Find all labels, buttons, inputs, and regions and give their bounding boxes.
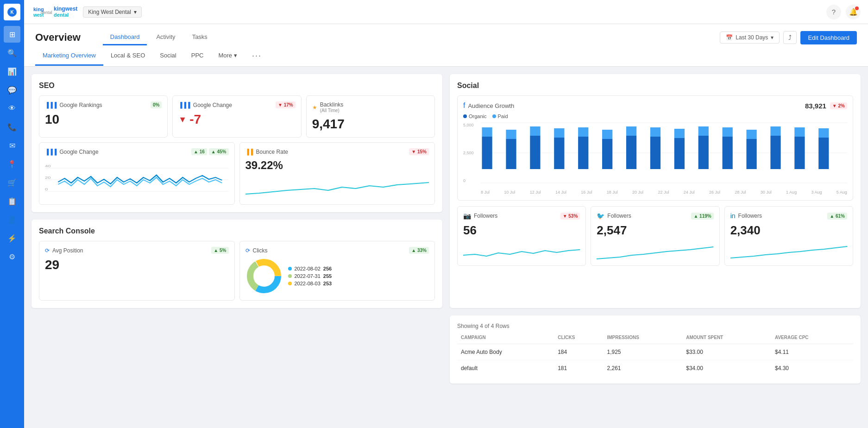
nav-reports[interactable]: 📊 bbox=[4, 63, 20, 80]
notification-dot bbox=[855, 6, 859, 10]
logo-line2: dental bbox=[54, 12, 77, 18]
sub-tabs-row: Marketing Overview Local & SEO Social PP… bbox=[35, 45, 857, 66]
nav-home[interactable]: ⊞ bbox=[4, 26, 20, 43]
campaign-panel: Showing 4 of 4 Rows CAMPAIGN CLICKS IMPR… bbox=[450, 315, 861, 384]
col-campaign: CAMPAIGN bbox=[457, 333, 554, 344]
campaign-impressions-2: 2,261 bbox=[604, 360, 683, 377]
calendar-icon: 📅 bbox=[726, 34, 733, 41]
table-row: default 181 2,261 $34.00 $4.30 bbox=[457, 360, 853, 377]
date-dropdown-icon: ▾ bbox=[771, 34, 774, 41]
share-button[interactable]: ⤴ bbox=[783, 31, 797, 44]
nav-email[interactable]: ✉ bbox=[4, 137, 20, 154]
top-bar-actions: ? 🔔 bbox=[826, 5, 861, 19]
edit-dashboard-button[interactable]: Edit Dashboard bbox=[800, 31, 857, 44]
campaign-name-2: default bbox=[457, 360, 554, 377]
app-logo: K bbox=[4, 4, 20, 20]
sub-tab-local-seo[interactable]: Local & SEO bbox=[103, 46, 152, 66]
nav-settings[interactable]: ⚙ bbox=[4, 248, 20, 265]
svg-text:dental: dental bbox=[41, 10, 52, 15]
twitter-badge: ▲ 119% bbox=[691, 213, 713, 220]
svg-rect-27 bbox=[626, 136, 636, 169]
linkedin-badge: ▲ 61% bbox=[827, 213, 847, 220]
nav-location[interactable]: 📍 bbox=[4, 156, 20, 172]
table-row: Acme Auto Body 184 1,925 $33.00 $4.11 bbox=[457, 344, 853, 360]
nav-phone[interactable]: 📞 bbox=[4, 119, 20, 135]
backlinks-label: Backlinks bbox=[320, 101, 344, 108]
twitter-followers-label: Followers bbox=[607, 213, 631, 219]
sub-tab-ppc[interactable]: PPC bbox=[184, 46, 211, 66]
bounce-rate-badge: ▼ 15% bbox=[409, 148, 429, 155]
search-metric-cards: ⟳ Avg Position ▲ 5% 29 ⟳ Clicks bbox=[39, 241, 435, 301]
org-name: King West Dental bbox=[88, 9, 131, 15]
svg-rect-42 bbox=[794, 127, 805, 137]
tab-activity[interactable]: Activity bbox=[149, 30, 182, 45]
search-console-panel: Search Console ⟳ Avg Position ▲ 5% 29 bbox=[31, 220, 442, 308]
backlinks-card: ★ Backlinks (All Time) 9,417 bbox=[306, 95, 435, 138]
social-followers: 📷 Followers ▼ 53% 56 bbox=[457, 206, 853, 266]
clicks-icon: ⟳ bbox=[245, 247, 250, 254]
nav-bolt[interactable]: ⚡ bbox=[4, 230, 20, 246]
date-range-button[interactable]: 📅 Last 30 Days ▾ bbox=[720, 31, 780, 44]
brand-logo: king west dental bbox=[31, 3, 50, 21]
sub-tab-social[interactable]: Social bbox=[152, 46, 183, 66]
nav-search[interactable]: 🔍 bbox=[4, 44, 20, 61]
audience-bar-chart: 5,000 2,500 0 bbox=[463, 123, 847, 195]
social-panel: Social f Audience Growth 83,921 ▼ 2% bbox=[450, 74, 861, 308]
bounce-rate-value: 39.22% bbox=[245, 159, 429, 172]
svg-text:0: 0 bbox=[45, 187, 48, 191]
page-title: Overview bbox=[35, 31, 81, 44]
svg-text:K: K bbox=[10, 10, 14, 15]
help-button[interactable]: ? bbox=[826, 5, 841, 19]
audience-growth-label: Audience Growth bbox=[468, 102, 514, 109]
campaign-cpc-1: $4.11 bbox=[771, 344, 853, 360]
svg-rect-29 bbox=[650, 137, 660, 169]
svg-rect-39 bbox=[770, 136, 780, 169]
avg-position-card: ⟳ Avg Position ▲ 5% 29 bbox=[39, 241, 235, 301]
google-rankings-value: 10 bbox=[45, 112, 162, 127]
svg-text:20: 20 bbox=[45, 176, 51, 180]
nav-eye[interactable]: 👁 bbox=[4, 100, 20, 117]
nav-files[interactable]: 📋 bbox=[4, 193, 20, 209]
google-change-badge1: ▲ 16 bbox=[191, 148, 207, 155]
dashboard-content: SEO ▐▐▐ Google Rankings 0% 10 bbox=[24, 67, 868, 428]
sub-tab-more[interactable]: More ▾ bbox=[211, 46, 245, 66]
date-range-label: Last 30 Days bbox=[736, 34, 768, 41]
sub-tab-marketing-overview[interactable]: Marketing Overview bbox=[35, 46, 103, 66]
svg-rect-38 bbox=[746, 130, 756, 139]
google-change-small-value: ▼ -7 bbox=[178, 112, 295, 127]
instagram-icon: 📷 bbox=[463, 212, 471, 220]
clicks-donut-chart bbox=[245, 258, 283, 295]
svg-text:40: 40 bbox=[45, 164, 51, 168]
tab-dashboard[interactable]: Dashboard bbox=[103, 30, 147, 45]
chart-legend: Organic Paid bbox=[463, 113, 847, 119]
avg-position-label: Avg Position bbox=[52, 247, 83, 254]
campaign-clicks-1: 184 bbox=[554, 344, 603, 360]
linkedin-chart bbox=[730, 241, 847, 260]
campaign-name-1: Acme Auto Body bbox=[457, 344, 554, 360]
svg-rect-19 bbox=[530, 136, 540, 169]
google-change-small-card: ▐▐▐ Google Change ▼ 17% ▼ -7 bbox=[172, 95, 301, 138]
svg-rect-25 bbox=[602, 139, 612, 169]
bar-chart-icon: ▐▐▐ bbox=[45, 102, 57, 108]
svg-rect-43 bbox=[818, 138, 829, 169]
org-dropdown-icon: ▾ bbox=[134, 9, 137, 15]
instagram-chart bbox=[463, 241, 580, 260]
audience-badge: ▼ 2% bbox=[830, 102, 847, 109]
org-selector[interactable]: King West Dental ▾ bbox=[83, 6, 142, 18]
nav-users[interactable]: 👤 bbox=[4, 211, 20, 228]
svg-rect-18 bbox=[506, 130, 516, 139]
tab-tasks[interactable]: Tasks bbox=[185, 30, 215, 45]
notifications-button[interactable]: 🔔 bbox=[846, 5, 861, 19]
nav-cart[interactable]: 🛒 bbox=[4, 174, 20, 191]
sub-tab-options[interactable]: ··· bbox=[245, 45, 269, 66]
campaign-clicks-2: 181 bbox=[554, 360, 603, 377]
more-dropdown-icon: ▾ bbox=[234, 52, 237, 59]
google-change-chart: 40 20 0 -20 11 Jul 18 bbox=[45, 159, 229, 196]
bar-chart-icon2: ▐▐▐ bbox=[178, 102, 190, 108]
left-navigation: K ⊞ 🔍 📊 💬 👁 📞 ✉ 📍 🛒 📋 👤 ⚡ ⚙ bbox=[0, 0, 24, 428]
seo-bottom-metrics: ▐▐▐ Google Change ▲ 16 ▲ 45% bbox=[39, 142, 435, 205]
svg-rect-22 bbox=[554, 128, 564, 138]
nav-chat[interactable]: 💬 bbox=[4, 82, 20, 98]
svg-rect-40 bbox=[770, 126, 780, 136]
linkedin-followers-label: Followers bbox=[738, 213, 762, 219]
